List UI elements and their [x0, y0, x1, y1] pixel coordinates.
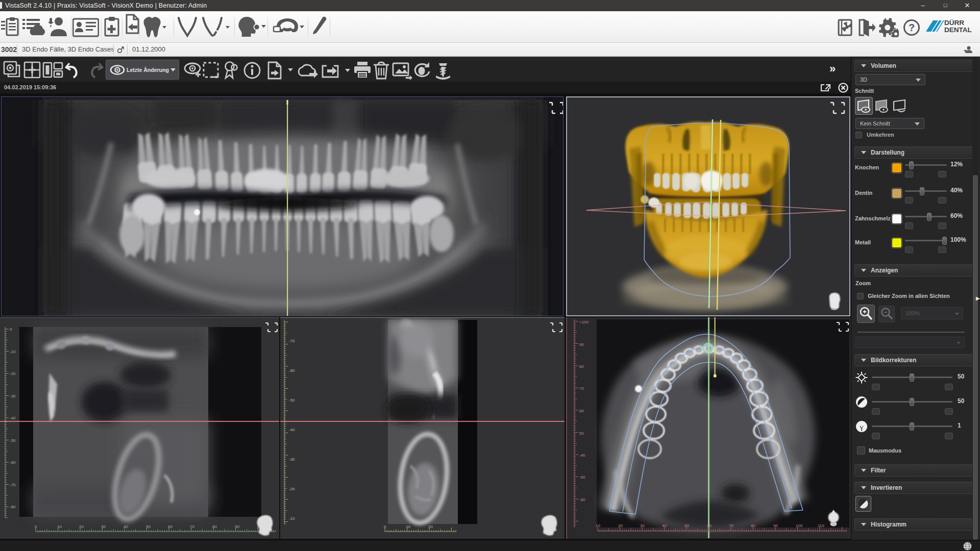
svg-text:-20: -20 — [10, 371, 16, 376]
svg-text:-40: -40 — [289, 428, 295, 432]
svg-text:20: 20 — [618, 523, 623, 528]
svg-text:70: 70 — [729, 523, 733, 528]
svg-text:-30: -30 — [10, 394, 16, 398]
svg-text:40: 40 — [124, 524, 128, 529]
svg-text:+100: +100 — [579, 320, 589, 324]
svg-text:10: 10 — [406, 524, 410, 529]
svg-text:-20: -20 — [289, 487, 295, 491]
svg-text:0: 0 — [10, 327, 12, 332]
svg-text:50: 50 — [579, 431, 584, 436]
svg-text:80: 80 — [579, 364, 584, 369]
svg-text:DÜRR: DÜRR — [944, 19, 964, 27]
svg-text:60: 60 — [707, 523, 712, 528]
svg-text:-60: -60 — [10, 460, 16, 465]
svg-text:-40: -40 — [10, 416, 16, 420]
svg-text:-60: -60 — [289, 368, 295, 373]
svg-text:-50: -50 — [579, 475, 585, 480]
svg-text:10: 10 — [57, 524, 62, 529]
svg-text:-10: -10 — [289, 516, 295, 521]
svg-text:100: 100 — [796, 523, 803, 528]
svg-text:60: 60 — [579, 409, 584, 413]
svg-text:-80: -80 — [10, 505, 16, 509]
svg-text:90: 90 — [235, 524, 239, 529]
svg-text:70: 70 — [579, 386, 584, 391]
svg-text:-40: -40 — [579, 453, 585, 458]
svg-text:-50: -50 — [10, 438, 16, 443]
svg-text:60: 60 — [168, 524, 173, 529]
svg-text:0: 0 — [384, 524, 386, 529]
svg-text:70: 70 — [190, 524, 194, 529]
svg-text:50: 50 — [684, 523, 689, 528]
svg-text:10: 10 — [596, 523, 600, 528]
svg-text:0: 0 — [35, 524, 37, 529]
svg-text:30: 30 — [101, 524, 106, 529]
svg-text:110: 110 — [818, 523, 824, 528]
svg-text:80: 80 — [212, 524, 217, 529]
svg-text:?: ? — [909, 22, 915, 33]
svg-text:80: 80 — [751, 523, 755, 528]
svg-text:40: 40 — [662, 523, 667, 528]
svg-text:-60: -60 — [579, 497, 585, 502]
svg-text:-10: -10 — [10, 349, 16, 354]
svg-text:90: 90 — [579, 342, 584, 347]
svg-text:30: 30 — [640, 523, 645, 528]
svg-text:-50: -50 — [289, 398, 295, 403]
svg-text:γ: γ — [860, 423, 864, 431]
svg-text:-70: -70 — [10, 483, 16, 487]
svg-text:50: 50 — [146, 524, 151, 529]
svg-text:20: 20 — [79, 524, 84, 529]
svg-text:-70: -70 — [289, 339, 295, 343]
svg-text:-30: -30 — [289, 457, 295, 462]
svg-text:20: 20 — [428, 524, 433, 529]
svg-text:90: 90 — [773, 523, 778, 528]
svg-text:DENTAL: DENTAL — [944, 26, 972, 34]
